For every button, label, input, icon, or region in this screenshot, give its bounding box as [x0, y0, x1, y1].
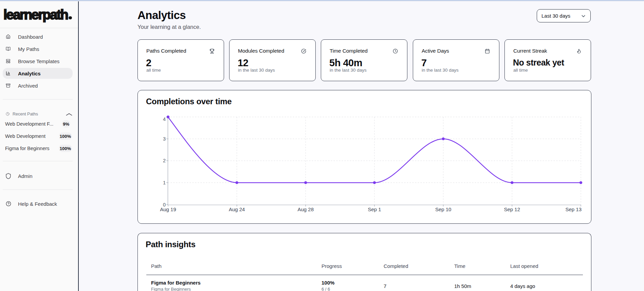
svg-text:2: 2 — [163, 158, 166, 163]
svg-text:Aug 28: Aug 28 — [298, 206, 314, 212]
svg-text:Sep 13: Sep 13 — [565, 206, 582, 212]
svg-text:1: 1 — [163, 180, 166, 185]
svg-text:3: 3 — [163, 136, 166, 142]
svg-text:Aug 19: Aug 19 — [160, 206, 176, 212]
svg-text:Sep 10: Sep 10 — [435, 206, 452, 212]
svg-text:Aug 24: Aug 24 — [229, 206, 245, 212]
svg-text:Sep 12: Sep 12 — [504, 206, 520, 212]
svg-text:4: 4 — [163, 116, 166, 122]
svg-text:Sep 1: Sep 1 — [368, 206, 381, 212]
